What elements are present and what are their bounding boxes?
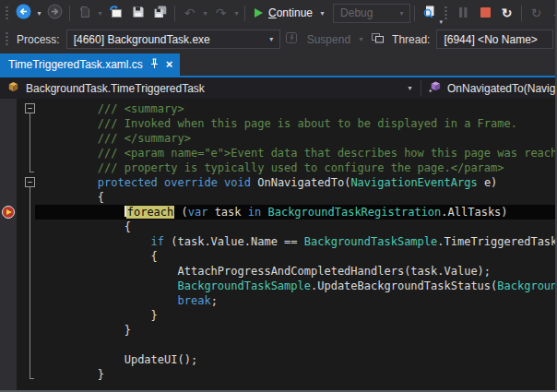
code-line[interactable]: protected override void OnNavigatedTo(Na… xyxy=(44,175,555,190)
undo-icon: ↶ xyxy=(184,6,196,19)
open-file-icon xyxy=(108,4,124,22)
code-token: } xyxy=(44,309,158,322)
show-next-statement-icon: → xyxy=(552,6,557,19)
thread-dropdown[interactable]: [6944] <No Name> xyxy=(436,30,553,49)
code-token: /// <summary> xyxy=(44,102,184,115)
code-token: override xyxy=(164,176,218,189)
undo-button[interactable]: ↶ xyxy=(179,3,200,24)
code-token: var xyxy=(188,206,208,219)
close-icon[interactable]: × xyxy=(166,59,173,70)
suspend-label[interactable]: Suspend xyxy=(307,33,350,46)
play-icon xyxy=(255,8,263,18)
code-token: /// <param name="e">Event data that desc… xyxy=(44,147,555,160)
code-token: .TimeTriggeredTaskNam xyxy=(437,235,555,248)
member-dropdown[interactable]: OnNavigatedTo(Navig xyxy=(421,77,555,99)
code-line[interactable]: /// <param name="e">Event data that desc… xyxy=(44,146,555,160)
code-line[interactable]: /// </summary> xyxy=(44,131,555,146)
toolbar-separator xyxy=(69,6,70,21)
code-token: AttachProgressAndCompletedHandlers(task.… xyxy=(44,265,491,278)
chevron-down-icon[interactable]: ▾ xyxy=(35,9,43,18)
continue-label: Continue xyxy=(268,6,313,19)
save-button[interactable] xyxy=(127,3,148,24)
navigate-forward-icon xyxy=(47,4,63,22)
method-icon xyxy=(428,80,442,97)
pause-icon xyxy=(456,5,470,22)
navigate-back-icon xyxy=(16,4,31,22)
code-line[interactable]: if (task.Value.Name == BackgroundTaskSam… xyxy=(44,234,555,249)
code-line[interactable]: AttachProgressAndCompletedHandlers(task.… xyxy=(44,264,555,279)
code-token: NavigationEventArgs xyxy=(350,176,477,189)
code-line[interactable]: UpdateUI(); xyxy=(44,352,555,367)
tab-timetriggeredtask[interactable]: TimeTriggeredTask.xaml.cs × xyxy=(0,53,180,76)
breakpoint-current-statement-icon[interactable] xyxy=(2,206,15,219)
toolbar-grip[interactable] xyxy=(5,6,9,21)
type-dropdown[interactable]: BackgroundTask.TimeTriggeredTask ▾ xyxy=(0,77,421,99)
redo-button[interactable]: ↷ xyxy=(210,3,231,24)
show-next-statement-button[interactable]: → xyxy=(548,3,557,24)
configuration-value: Debug xyxy=(340,6,373,19)
threads-button[interactable] xyxy=(366,29,387,50)
navigate-forward-button[interactable] xyxy=(44,3,65,24)
code-line[interactable]: BackgroundTaskSample.UpdateBackgroundTas… xyxy=(44,279,555,293)
code-line[interactable] xyxy=(44,338,555,352)
restart-button[interactable]: ↻ xyxy=(496,3,517,24)
code-line[interactable]: /// property is typically used to config… xyxy=(44,160,555,175)
chevron-down-icon[interactable]: ▾ xyxy=(318,9,326,18)
add-new-item-icon xyxy=(77,5,92,22)
navigation-bar: BackgroundTask.TimeTriggeredTask ▾ OnNav… xyxy=(0,77,555,99)
code-token: ; xyxy=(211,294,218,307)
apply-code-changes-button[interactable]: ↻ xyxy=(526,3,547,24)
open-file-button[interactable] xyxy=(105,3,126,24)
process-dropdown[interactable]: [4660] BackgroundTask.exe ▾ xyxy=(66,30,280,49)
toolbar-grip[interactable] xyxy=(5,31,9,47)
stop-debugging-button[interactable] xyxy=(474,3,495,24)
code-line[interactable]: } xyxy=(44,367,555,382)
code-token: { xyxy=(44,250,158,263)
code-line[interactable]: break; xyxy=(44,293,555,308)
chevron-down-icon[interactable]: ▾ xyxy=(357,35,365,43)
tab-title: TimeTriggeredTask.xaml.cs xyxy=(8,58,143,71)
break-all-button[interactable] xyxy=(452,3,473,24)
code-editor[interactable]: −− /// <summary> /// Invoked when this p… xyxy=(0,99,555,390)
code-token: void xyxy=(224,176,251,189)
lifecycle-events-button[interactable] xyxy=(281,29,302,50)
chevron-down-icon[interactable]: ▾ xyxy=(201,9,209,18)
navigate-back-button[interactable] xyxy=(13,3,34,24)
code-token: BackgroundTaskRegistration xyxy=(267,206,441,219)
code-token: .UpdateBackgroundTaskStatus( xyxy=(311,279,497,292)
breakpoints-button[interactable]: ▾ xyxy=(419,3,440,24)
stop-icon xyxy=(478,5,492,22)
code-line[interactable]: { xyxy=(44,190,555,205)
chevron-down-icon: ▾ xyxy=(406,84,414,92)
code-line[interactable]: } xyxy=(44,308,555,323)
document-tab-bar: TimeTriggeredTask.xaml.cs × xyxy=(0,53,555,77)
visual-studio-window: ▾ ▾ xyxy=(0,0,557,392)
continue-button[interactable]: Continue ▾ xyxy=(249,2,332,24)
code-line[interactable]: { xyxy=(44,249,555,264)
chevron-down-icon[interactable]: ▾ xyxy=(440,18,444,26)
chevron-down-icon[interactable]: ▾ xyxy=(232,9,241,18)
member-name: OnNavigatedTo(Navig xyxy=(447,82,555,95)
code-token: { xyxy=(44,191,104,204)
code-token xyxy=(44,206,124,219)
code-line[interactable]: /// <summary> xyxy=(44,101,555,116)
code-token: OnNavigatedTo( xyxy=(251,176,350,189)
thread-value: [6944] <No Name> xyxy=(444,33,537,46)
standard-toolbar: ▾ ▾ xyxy=(0,0,555,26)
pin-icon[interactable] xyxy=(149,58,160,72)
code-line[interactable]: foreach (var task in BackgroundTaskRegis… xyxy=(35,205,555,220)
code-token xyxy=(44,235,151,248)
code-line[interactable]: } xyxy=(44,323,555,338)
code-token: task xyxy=(207,206,247,219)
code-token xyxy=(158,176,164,189)
code-token: BackgroundTa xyxy=(497,279,555,292)
solution-configuration-dropdown[interactable]: Debug ▾ xyxy=(333,4,410,23)
toolbar-separator xyxy=(244,6,245,21)
save-all-button[interactable] xyxy=(149,3,171,24)
code-token: (task.Value.Name == xyxy=(164,235,304,248)
chevron-down-icon[interactable]: ▾ xyxy=(96,9,104,18)
add-new-item-button[interactable] xyxy=(74,3,95,24)
code-line[interactable]: { xyxy=(44,220,555,234)
code-line[interactable]: /// Invoked when this page is about to b… xyxy=(44,116,555,131)
toolbar-grip[interactable] xyxy=(444,6,448,21)
